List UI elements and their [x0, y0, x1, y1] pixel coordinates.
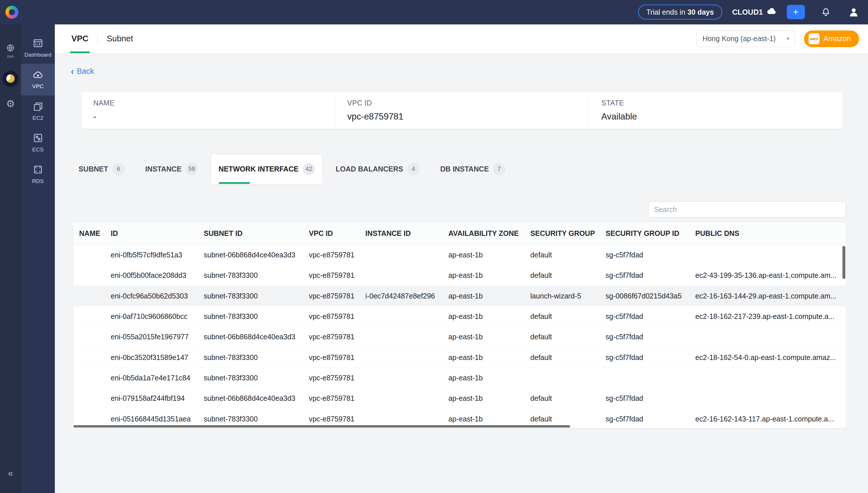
- table-cell: sg-c5f7fdad: [600, 265, 690, 285]
- column-header: SECURITY GROUP ID: [600, 223, 690, 245]
- table-cell: launch-wizard-5: [525, 285, 600, 306]
- tab-subnet-list[interactable]: SUBNET 6: [71, 154, 132, 184]
- table-row[interactable]: eni-0af710c9606860bccsubnet-783f3300vpc-…: [73, 306, 846, 327]
- vpc-cloud-icon: [32, 69, 44, 81]
- sidebar-item-rds[interactable]: RDS: [21, 158, 55, 190]
- dns-globe-icon: [5, 43, 16, 56]
- table-row[interactable]: eni-055a2015fe1967977subnet-06b868d4ce40…: [73, 327, 846, 347]
- table-cell: default: [525, 306, 600, 327]
- app-logo[interactable]: [5, 6, 18, 18]
- table-cell: [360, 265, 443, 285]
- table-cell: subnet-06b868d4ce40ea3d3: [198, 327, 303, 347]
- metrics-nav-item[interactable]: [3, 71, 19, 87]
- table-cell: [73, 327, 105, 347]
- sidebar-item-dashboard[interactable]: Dashboard: [21, 32, 55, 64]
- icon-rail: DNS ⚙ «: [0, 24, 21, 493]
- count-badge: 6: [113, 163, 124, 175]
- table-cell: sg-c5f7fdad: [600, 347, 690, 367]
- dns-nav-item[interactable]: DNS: [5, 43, 16, 58]
- count-badge: 42: [303, 163, 315, 175]
- sidebar-item-vpc[interactable]: VPC: [21, 64, 55, 95]
- vpc-summary-card: NAME - VPC ID vpc-e8759781 STATE Availab…: [81, 91, 843, 129]
- table-header-row: NAMEIDSUBNET IDVPC IDINSTANCE IDAVAILABI…: [73, 223, 846, 245]
- table-row[interactable]: eni-079158af244fbf194subnet-06b868d4ce40…: [73, 388, 846, 409]
- tab-network-interface[interactable]: NETWORK INTERFACE 42: [211, 154, 322, 184]
- table-cell: vpc-e8759781: [303, 265, 360, 285]
- tab-vpc[interactable]: VPC: [63, 24, 97, 53]
- gear-icon: ⚙: [6, 99, 15, 109]
- table-cell: ap-east-1b: [443, 265, 525, 285]
- sidebar-item-ec2[interactable]: EC2: [21, 95, 55, 127]
- table-cell: eni-0cfc96a50b62d5303: [105, 285, 198, 306]
- vertical-scrollbar[interactable]: [842, 246, 845, 279]
- table-cell: ap-east-1b: [443, 368, 525, 388]
- notifications-bell-icon[interactable]: [819, 5, 832, 19]
- org-selector[interactable]: CLOUD1: [732, 7, 777, 17]
- table-cell: [73, 245, 105, 265]
- column-header: SUBNET ID: [198, 223, 303, 245]
- table-cell: [73, 306, 105, 327]
- table-cell: ec2-16-163-144-29.ap-east-1.compute.am..…: [690, 285, 846, 306]
- page-header: VPC Subnet Hong Kong (ap-east-1) ▾ aws A…: [55, 24, 868, 53]
- table-row[interactable]: eni-0cfc96a50b62d5303subnet-783f3300vpc-…: [73, 285, 846, 306]
- table-cell: subnet-783f3300: [198, 368, 303, 388]
- sidebar-item-label: RDS: [32, 178, 44, 185]
- table-cell: [690, 327, 846, 347]
- table-cell: sg-c5f7fdad: [600, 327, 690, 347]
- header-right: Hong Kong (ap-east-1) ▾ aws Amazon: [696, 30, 859, 47]
- sidebar-item-label: VPC: [32, 83, 44, 90]
- user-avatar-icon[interactable]: [847, 5, 860, 19]
- summary-label: STATE: [601, 99, 843, 107]
- table-row[interactable]: eni-0fb5f57cf9dfe51a3subnet-06b868d4ce40…: [73, 245, 846, 265]
- settings-nav-item[interactable]: ⚙: [6, 99, 15, 109]
- table-cell: ap-east-1b: [443, 347, 525, 367]
- org-name: CLOUD1: [732, 8, 763, 17]
- back-chevron-icon: ‹: [71, 67, 74, 76]
- table-cell: [600, 368, 690, 388]
- table-cell: eni-0bc3520f31589e147: [105, 347, 198, 367]
- network-interface-table: NAMEIDSUBNET IDVPC IDINSTANCE IDAVAILABI…: [73, 223, 846, 428]
- table-cell: i-0ec7d42487e8ef296: [360, 285, 443, 306]
- trial-banner-button[interactable]: Trial ends in 30 days: [638, 5, 722, 20]
- summary-value: vpc-e8759781: [347, 111, 589, 122]
- column-header: AVAILABILITY ZONE: [443, 223, 525, 245]
- table-cell: [690, 368, 846, 388]
- count-badge: 4: [408, 163, 419, 175]
- table-cell: ec2-43-199-35-136.ap-east-1.compute.am..…: [690, 265, 846, 285]
- tab-instance-list[interactable]: INSTANCE 58: [137, 154, 205, 184]
- sidebar-item-ecs[interactable]: ECS: [21, 127, 55, 158]
- detail-tabs: SUBNET 6 INSTANCE 58 NETWORK INTERFACE 4…: [71, 154, 846, 184]
- table-cell: [73, 388, 105, 409]
- table-row[interactable]: eni-0bc3520f31589e147subnet-783f3300vpc-…: [73, 347, 846, 367]
- tab-subnet[interactable]: Subnet: [98, 24, 142, 53]
- table-cell: default: [525, 265, 600, 285]
- search-input[interactable]: [648, 201, 846, 217]
- table-cell: [360, 368, 443, 388]
- sidebar-item-label: Dashboard: [24, 52, 51, 58]
- table-cell: ec2-18-162-217-239.ap-east-1.compute.a..…: [690, 306, 846, 327]
- provider-amazon-button[interactable]: aws Amazon: [804, 30, 859, 47]
- table-cell: subnet-783f3300: [198, 347, 303, 367]
- region-selector[interactable]: Hong Kong (ap-east-1) ▾: [696, 30, 795, 47]
- back-label: Back: [77, 67, 94, 76]
- trial-days: 30 days: [687, 8, 714, 16]
- summary-field-name: NAME -: [81, 92, 335, 129]
- table-row[interactable]: eni-0b5da1a7e4e171c84subnet-783f3300vpc-…: [73, 368, 846, 388]
- table-cell: vpc-e8759781: [303, 347, 360, 367]
- table-cell: subnet-06b868d4ce40ea3d3: [198, 388, 303, 409]
- collapse-sidebar-button[interactable]: «: [8, 468, 13, 479]
- table-cell: eni-00f5b00face208dd3: [105, 265, 198, 285]
- add-button[interactable]: +: [787, 5, 805, 19]
- search-row: [71, 201, 846, 217]
- table-cell: ap-east-1b: [443, 285, 525, 306]
- tab-load-balancers[interactable]: LOAD BALANCERS 4: [328, 154, 427, 184]
- table-cell: subnet-06b868d4ce40ea3d3: [198, 245, 303, 265]
- chevron-down-icon: ▾: [787, 35, 790, 42]
- summary-value: Available: [601, 111, 843, 122]
- back-link[interactable]: ‹ Back: [71, 67, 94, 76]
- table-body: eni-0fb5f57cf9dfe51a3subnet-06b868d4ce40…: [73, 245, 846, 428]
- horizontal-scrollbar[interactable]: [73, 425, 570, 428]
- table-row[interactable]: eni-00f5b00face208dd3subnet-783f3300vpc-…: [73, 265, 846, 285]
- tab-db-instance[interactable]: DB INSTANCE 7: [433, 154, 513, 184]
- table-cell: default: [525, 327, 600, 347]
